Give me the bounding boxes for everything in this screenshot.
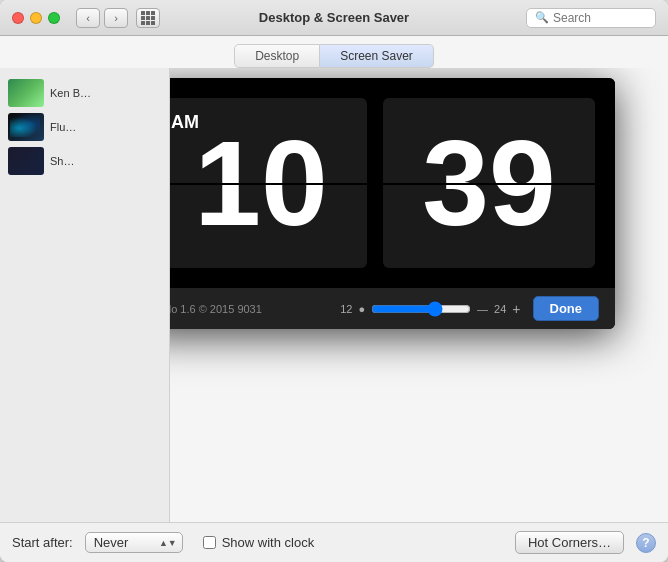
fliqlo-slider-row: 12 ● — 24 +	[340, 301, 520, 317]
flip-hour: 10	[194, 123, 327, 243]
titlebar: ‹ › Desktop & Screen Saver 🔍	[0, 0, 668, 36]
hot-corners-button[interactable]: Hot Corners…	[515, 531, 624, 554]
size-dash: —	[477, 303, 488, 315]
fliqlo-version: Fliqlo 1.6 © 2015 9031	[170, 303, 328, 315]
grid-icon	[141, 11, 155, 25]
sidebar-label-flurry: Flu…	[50, 121, 76, 133]
sidebar-thumb-sh	[8, 147, 44, 175]
main-panel: iTunes Artwork lexicogbulary Word of the…	[170, 68, 668, 522]
search-input[interactable]	[553, 11, 647, 25]
sidebar-thumb-kenburns	[8, 79, 44, 107]
fliqlo-popup-overlay: AM 10 39 Fliqlo 1.6 © 2015 9031 12 ●	[170, 68, 668, 522]
size-min-label: 12	[340, 303, 352, 315]
bottom-bar: Start after: Never 1 Minute 5 Minutes 10…	[0, 522, 668, 562]
maximize-button[interactable]	[48, 12, 60, 24]
done-button[interactable]: Done	[533, 296, 600, 321]
sidebar-item-kenburns[interactable]: Ken B…	[0, 76, 169, 110]
size-max-label: 24	[494, 303, 506, 315]
flip-panel-hour: AM 10	[170, 98, 367, 268]
start-after-select-wrapper: Never 1 Minute 5 Minutes 10 Minutes 20 M…	[85, 532, 183, 553]
size-slider[interactable]	[371, 301, 471, 317]
show-clock-wrapper: Show with clock	[203, 535, 314, 550]
sidebar-label-kenburns: Ken B…	[50, 87, 91, 99]
flip-panel-minute: 39	[383, 98, 595, 268]
forward-button[interactable]: ›	[104, 8, 128, 28]
show-clock-label: Show with clock	[222, 535, 314, 550]
flip-minute: 39	[422, 123, 555, 243]
main-window: ‹ › Desktop & Screen Saver 🔍 Desktop Scr…	[0, 0, 668, 562]
tab-screen-saver[interactable]: Screen Saver	[320, 44, 434, 68]
sidebar-item-flurry[interactable]: Flu…	[0, 110, 169, 144]
fliqlo-display: AM 10 39	[170, 78, 615, 288]
search-icon: 🔍	[535, 11, 549, 24]
am-pm-label: AM	[171, 112, 199, 133]
size-bullet: ●	[358, 303, 365, 315]
traffic-lights	[12, 12, 60, 24]
grid-view-button[interactable]	[136, 8, 160, 28]
help-button[interactable]: ?	[636, 533, 656, 553]
minimize-button[interactable]	[30, 12, 42, 24]
tab-row: Desktop Screen Saver	[0, 36, 668, 68]
sidebar-item-sh[interactable]: Sh…	[0, 144, 169, 178]
content-area: Ken B… Flu… Sh…	[0, 68, 668, 522]
fliqlo-controls: Fliqlo 1.6 © 2015 9031 12 ● — 24 + Done	[170, 288, 615, 329]
tab-desktop[interactable]: Desktop	[234, 44, 320, 68]
sidebar: Ken B… Flu… Sh…	[0, 68, 170, 522]
show-clock-checkbox[interactable]	[203, 536, 216, 549]
size-plus-icon: +	[512, 301, 520, 317]
sidebar-thumb-flurry	[8, 113, 44, 141]
start-after-label: Start after:	[12, 535, 73, 550]
close-button[interactable]	[12, 12, 24, 24]
search-box: 🔍	[526, 8, 656, 28]
fliqlo-popup: AM 10 39 Fliqlo 1.6 © 2015 9031 12 ●	[170, 78, 615, 329]
window-title: Desktop & Screen Saver	[259, 10, 409, 25]
start-after-select[interactable]: Never 1 Minute 5 Minutes 10 Minutes 20 M…	[85, 532, 183, 553]
nav-buttons: ‹ ›	[76, 8, 128, 28]
sidebar-label-sh: Sh…	[50, 155, 74, 167]
back-button[interactable]: ‹	[76, 8, 100, 28]
